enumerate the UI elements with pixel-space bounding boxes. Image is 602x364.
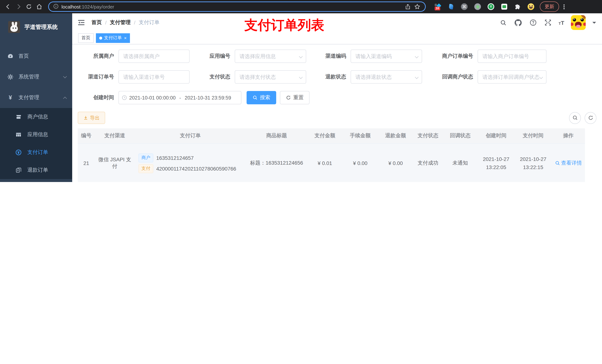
- sidebar-toggle-icon[interactable]: [78, 19, 86, 26]
- merchant-order-tag: 商户: [139, 153, 153, 162]
- filter-input-field[interactable]: [235, 50, 306, 62]
- help-icon[interactable]: [529, 19, 537, 27]
- export-button[interactable]: 导出: [78, 112, 105, 124]
- sidebar-menu: 首页系统管理¥支付管理商户信息应用信息支付订单退款订单基础设施研发工具工作流程: [0, 46, 72, 182]
- sidebar-subitem[interactable]: 退款订单: [0, 161, 72, 179]
- share-icon[interactable]: [403, 2, 412, 11]
- cell-amount: ¥ 0.01: [307, 143, 343, 182]
- cell-notify: 未通知: [443, 143, 478, 182]
- extension-badge: 10: [435, 7, 440, 10]
- filter-label: 商户订单编号: [433, 53, 478, 60]
- refresh-icon: [286, 95, 291, 100]
- filter-item: 渠道编码: [319, 50, 422, 63]
- avatar-caret-icon[interactable]: [592, 22, 596, 25]
- fullscreen-icon[interactable]: [544, 19, 552, 27]
- reset-button[interactable]: 重置: [280, 91, 310, 104]
- filter-select[interactable]: [351, 70, 422, 83]
- refresh-table-button[interactable]: [585, 112, 596, 124]
- tag-item[interactable]: 首页: [78, 33, 94, 43]
- browser-update-button[interactable]: 更新: [540, 1, 559, 12]
- logo-rabbit-image: [8, 21, 20, 33]
- cell-channel: 微信 JSAPI 支付: [95, 143, 135, 182]
- cell-actions: 查看详情: [552, 143, 585, 182]
- extensions-puzzle-icon[interactable]: [514, 3, 521, 10]
- column-header: 支付订单: [135, 128, 246, 143]
- extension-kite-icon[interactable]: [447, 3, 455, 10]
- filter-input[interactable]: [118, 50, 190, 63]
- toggle-search-button[interactable]: [569, 112, 581, 124]
- filter-input[interactable]: [478, 50, 547, 63]
- column-header: 支付状态: [413, 128, 443, 143]
- dashboard-icon: [7, 53, 13, 59]
- column-header: 回调状态: [443, 128, 478, 143]
- sidebar-subitem[interactable]: 支付订单: [0, 144, 72, 161]
- filter-item: 渠道订单号: [78, 70, 190, 83]
- table-row: 21微信 JSAPI 支付商户1635312124657支付4200001174…: [78, 143, 585, 182]
- filter-input-field[interactable]: [119, 50, 189, 62]
- sidebar-item-label: 系统管理: [19, 74, 64, 80]
- url-host: localhost: [62, 4, 81, 10]
- browser-back-icon[interactable]: [3, 1, 13, 12]
- page-title-annotation: 支付订单列表: [244, 16, 324, 34]
- filter-input-field[interactable]: [235, 71, 306, 83]
- filter-select[interactable]: [235, 50, 306, 63]
- gear-icon: [7, 74, 13, 80]
- filter-select[interactable]: [351, 50, 422, 63]
- filter-input-field[interactable]: [478, 50, 546, 62]
- tag-close-icon[interactable]: ×: [124, 36, 127, 40]
- filter-input[interactable]: [118, 70, 190, 83]
- filter-select[interactable]: [235, 70, 306, 83]
- column-header: 支付金额: [307, 128, 343, 143]
- sidebar-subitem-label: 应用信息: [27, 131, 72, 138]
- magnifier-icon: [555, 160, 560, 166]
- sidebar-item[interactable]: ¥支付管理: [0, 87, 72, 108]
- github-icon[interactable]: [514, 19, 522, 27]
- extension-command-icon[interactable]: ⌘: [461, 3, 468, 10]
- filter-input-field[interactable]: [119, 71, 189, 83]
- sidebar-subitem-label: 商户信息: [27, 114, 72, 120]
- view-detail-link[interactable]: 查看详情: [555, 160, 582, 166]
- url-bar[interactable]: localhost:1024/pay/order: [48, 1, 426, 12]
- sidebar-item-label: 首页: [19, 53, 66, 60]
- tag-active[interactable]: 支付订单×: [96, 33, 130, 43]
- navbar: 首页 / 支付管理 / 支付订单: [72, 13, 602, 32]
- browser-home-icon[interactable]: [34, 1, 44, 12]
- browser-forward-icon[interactable]: [13, 1, 24, 12]
- extension-tiles-icon[interactable]: 10: [434, 3, 441, 10]
- date-separator: -: [179, 95, 181, 100]
- column-header: 操作: [552, 128, 585, 143]
- breadcrumb-home[interactable]: 首页: [91, 19, 102, 26]
- filter-select[interactable]: [478, 70, 547, 83]
- extension-dot-icon[interactable]: [474, 3, 481, 10]
- search-icon[interactable]: [499, 19, 507, 27]
- filter-input-field[interactable]: [351, 71, 422, 83]
- breadcrumb-current: 支付订单: [139, 19, 160, 26]
- bookmark-star-icon[interactable]: [412, 2, 422, 11]
- filter-input-field[interactable]: [351, 50, 422, 62]
- date-range-picker[interactable]: 2021-10-01 00:00:00-2021-10-31 23:59:59: [118, 91, 241, 104]
- browser-reload-icon[interactable]: [24, 1, 34, 12]
- filter-input-field[interactable]: [478, 71, 546, 83]
- app-title: 芋道管理系统: [24, 23, 58, 31]
- breadcrumb-pay-manage[interactable]: 支付管理: [110, 19, 131, 26]
- sidebar-subitem[interactable]: 应用信息: [0, 126, 72, 144]
- breadcrumb: 首页 / 支付管理 / 支付订单: [91, 19, 160, 26]
- tags-view: 首页支付订单×: [72, 32, 602, 44]
- search-button[interactable]: 搜索: [247, 91, 276, 104]
- column-header: 编号: [78, 128, 95, 143]
- sidebar-item[interactable]: 基础设施: [0, 179, 72, 182]
- sidebar-item[interactable]: 系统管理: [0, 67, 72, 87]
- browser-profile-avatar[interactable]: [527, 3, 535, 10]
- site-info-icon[interactable]: [53, 3, 58, 10]
- app-logo[interactable]: 芋道管理系统: [0, 13, 72, 41]
- browser-menu-icon[interactable]: [561, 3, 567, 10]
- sidebar-subitem[interactable]: 商户信息: [0, 108, 72, 126]
- user-avatar[interactable]: [571, 15, 586, 30]
- extension-green-v-icon[interactable]: Y: [487, 3, 495, 10]
- filter-label: 应用编号: [203, 53, 235, 60]
- page-content: 所属商户应用编号渠道编码商户订单编号渠道订单号支付状态退款状态回调商户状态创建时…: [72, 44, 602, 182]
- breadcrumb-separator: /: [105, 20, 107, 26]
- sidebar-item[interactable]: 首页: [0, 46, 72, 67]
- extension-chat-icon[interactable]: [501, 3, 508, 10]
- font-size-icon[interactable]: TT: [559, 20, 564, 25]
